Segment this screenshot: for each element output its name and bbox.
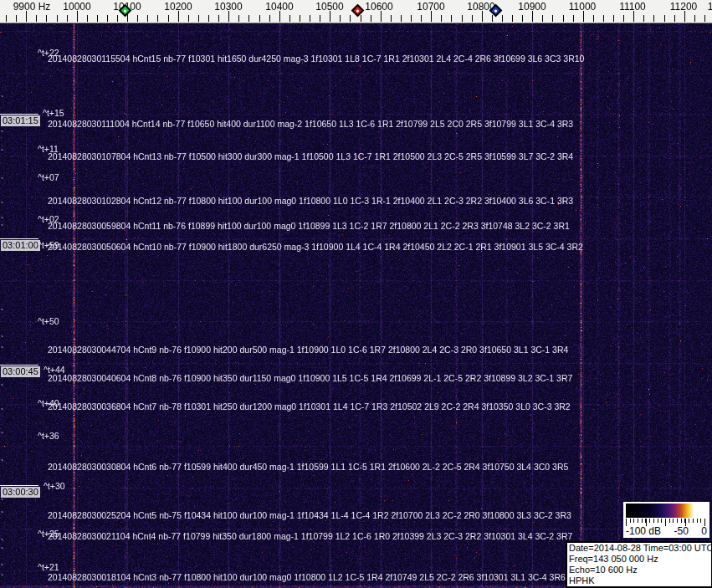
edge-tick-mark: ` xyxy=(1,227,3,232)
freq-minor-tick xyxy=(613,15,614,22)
edge-tick-mark: ` xyxy=(1,576,3,581)
freq-minor-tick xyxy=(208,15,209,22)
freq-minor-tick xyxy=(643,15,644,22)
time-tick-line xyxy=(0,365,38,366)
freq-minor-tick xyxy=(198,15,199,22)
freq-major-tick xyxy=(279,11,280,22)
freq-minor-tick xyxy=(421,15,422,22)
freq-minor-tick xyxy=(593,15,594,22)
info-frequency: Freq=143 050 000 Hz xyxy=(569,554,709,565)
freq-major-tick xyxy=(684,11,685,22)
db-max-label: 0 xyxy=(701,526,707,537)
db-min-label: -100 dB xyxy=(626,526,661,537)
freq-minor-tick xyxy=(320,15,320,22)
edge-tick-mark: ` xyxy=(1,434,3,439)
edge-tick-mark: ` xyxy=(1,411,3,416)
info-station-code: HPHK xyxy=(569,575,709,586)
edge-tick-mark: ` xyxy=(1,98,3,103)
freq-minor-tick xyxy=(46,15,47,22)
freq-major-tick xyxy=(431,11,432,22)
detection-log-line: 20140828030021104 hCnt4 nb-77 f10799 hit… xyxy=(48,532,572,541)
edge-tick-mark: ` xyxy=(1,349,3,354)
detection-time-tag: ^t+50 xyxy=(38,317,59,326)
detection-log-line: 20140828030115504 hCnt15 nb-77 f10301 hi… xyxy=(48,54,584,64)
annotation-overlay-layer: 03:01:1503:01:0003:00:4503:00:30````````… xyxy=(0,0,712,588)
edge-tick-mark: ` xyxy=(1,541,3,546)
freq-minor-tick xyxy=(522,15,523,22)
frequency-axis: 9900 Hz100001010010200103001040010500106… xyxy=(0,0,712,23)
detection-log-line: 20140828030030804 hCnt6 nb-77 f10599 hit… xyxy=(48,463,568,472)
detection-log-line: 20140828030036804 hCnt7 nb-78 f10301 hit… xyxy=(48,402,571,412)
edge-tick-mark: ` xyxy=(1,566,3,571)
freq-minor-tick xyxy=(653,15,654,22)
detection-log-line: 20140828030111004 hCnt14 nb-77 f10650 hi… xyxy=(48,120,573,129)
freq-minor-tick xyxy=(664,15,665,22)
time-tick-line xyxy=(0,485,38,486)
detection-time-tag: ^t+21 xyxy=(38,563,59,572)
freq-minor-tick xyxy=(289,15,290,22)
freq-minor-tick xyxy=(218,15,219,22)
edge-tick-mark: ` xyxy=(1,386,3,391)
edge-tick-mark: ` xyxy=(1,501,3,506)
spectrogram-app-window: 9900 Hz100001010010200103001040010500106… xyxy=(0,0,712,588)
time-label: 03:00:45 xyxy=(1,366,40,377)
detection-time-tag: ^t+15 xyxy=(43,109,64,118)
freq-major-tick xyxy=(583,11,584,22)
edge-tick-mark: ` xyxy=(1,311,3,316)
freq-minor-tick xyxy=(704,15,705,22)
db-color-scale-legend: -100 dB -50 0 xyxy=(623,502,709,538)
edge-tick-mark: ` xyxy=(1,204,3,209)
freq-minor-tick xyxy=(361,15,361,22)
freq-minor-tick xyxy=(350,15,351,22)
freq-major-tick xyxy=(381,11,382,22)
freq-minor-tick xyxy=(107,15,108,22)
freq-minor-tick xyxy=(340,15,341,22)
freq-major-tick xyxy=(228,11,229,22)
edge-tick-mark: ` xyxy=(1,550,3,555)
detection-log-line: 20140828030050604 hCnt10 nb-77 f10900 hi… xyxy=(48,243,583,252)
detection-log-line: 20140828030040604 hCnt8 nb-76 f10900 hit… xyxy=(48,374,572,383)
detection-time-tag: ^t+30 xyxy=(44,482,65,491)
freq-major-tick xyxy=(482,11,483,22)
freq-minor-tick xyxy=(168,15,169,22)
freq-minor-tick xyxy=(137,15,138,22)
freq-minor-tick xyxy=(542,15,543,22)
freq-minor-tick xyxy=(238,15,239,22)
detection-time-tag: ^t+07 xyxy=(38,173,59,182)
freq-axis-label: 11200 xyxy=(670,1,697,13)
edge-tick-mark: ` xyxy=(1,338,3,343)
freq-minor-tick xyxy=(259,15,260,22)
db-gradient-bar xyxy=(626,504,707,518)
freq-minor-tick xyxy=(552,15,553,22)
freq-minor-tick xyxy=(472,15,473,22)
freq-major-tick xyxy=(178,11,179,22)
freq-minor-tick xyxy=(694,15,695,22)
db-scale-labels: -100 dB -50 0 xyxy=(626,526,707,537)
freq-minor-tick xyxy=(310,15,310,22)
freq-minor-tick xyxy=(451,15,452,22)
edge-tick-mark: ` xyxy=(1,180,3,185)
freq-minor-tick xyxy=(248,15,249,22)
detection-log-line: 20140828030102804 hCnt12 nb-77 f10800 hi… xyxy=(48,197,573,206)
time-label: 03:00:30 xyxy=(1,487,40,498)
freq-minor-tick xyxy=(563,15,564,22)
info-echo-frequency: Echo=10 600 Hz xyxy=(569,565,709,575)
edge-tick-mark: ` xyxy=(1,462,3,467)
red-diamond-marker xyxy=(351,4,365,18)
time-tick-line xyxy=(0,114,38,115)
detection-time-tag: ^t+36 xyxy=(38,432,59,441)
time-label: 03:01:00 xyxy=(1,240,40,251)
freq-minor-tick xyxy=(36,15,37,22)
freq-minor-tick xyxy=(87,15,88,22)
freq-minor-tick xyxy=(573,15,574,22)
freq-major-tick xyxy=(532,11,533,22)
edge-tick-mark: ` xyxy=(1,151,3,156)
freq-axis-label: 10600 xyxy=(365,1,392,13)
observation-info-box: Date=2014-08-28 Time=03:00 UTC Freq=143 … xyxy=(566,541,712,588)
freq-minor-tick xyxy=(117,15,118,22)
freq-major-tick xyxy=(77,11,78,22)
freq-minor-tick xyxy=(502,15,503,22)
marker-center-dot xyxy=(123,8,126,12)
freq-axis-label: 11000 xyxy=(569,1,596,13)
detection-log-line: 20140828030107804 hCnt13 nb-77 f10500 hi… xyxy=(48,152,573,161)
